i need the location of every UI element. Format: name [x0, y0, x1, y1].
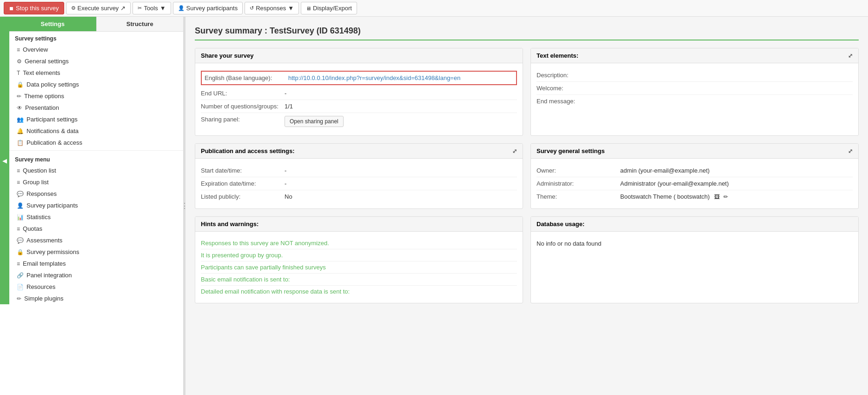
theme-edit-icon[interactable]: ✏: [723, 194, 728, 200]
participant-settings-icon: 👥: [17, 116, 24, 123]
toolbar: ⏹ Stop this survey ⚙ Execute survey ↗ ✂ …: [0, 0, 868, 17]
collapse-icon: ◀: [2, 157, 7, 164]
overview-icon: ≡: [17, 47, 20, 53]
listed-value: No: [285, 193, 517, 200]
listed-row: Listed publicly: No: [201, 190, 517, 203]
tab-structure[interactable]: Structure: [96, 17, 184, 31]
open-sharing-panel-button[interactable]: Open sharing panel: [285, 116, 344, 127]
sidebar-item-overview[interactable]: ≡ Overview: [9, 44, 183, 55]
sidebar-item-group-list[interactable]: ≡ Group list: [9, 176, 183, 188]
start-date-row: Start date/time: -: [201, 164, 517, 177]
sidebar-item-general-settings[interactable]: ⚙ General settings: [9, 55, 183, 67]
expiration-label: Expiration date/time:: [201, 180, 285, 187]
question-list-icon: ≡: [17, 167, 20, 174]
questions-value: 1/1: [285, 103, 517, 110]
responses-dropdown-icon: ▼: [288, 5, 294, 12]
data-policy-icon: 🔒: [17, 81, 24, 88]
owner-label: Owner:: [537, 167, 620, 174]
general-settings-icon: ⚙: [17, 58, 22, 65]
sidebar-item-survey-participants[interactable]: 👤 Survey participants: [9, 200, 183, 211]
survey-participants-button[interactable]: 👤 Survey participants: [173, 2, 243, 14]
hints-body: Responses to this survey are NOT anonymi…: [195, 232, 523, 303]
theme-preview-icon[interactable]: 🖼: [714, 194, 720, 200]
sidebar-item-theme-options[interactable]: ✏ Theme options: [9, 90, 183, 102]
sidebar-item-text-elements[interactable]: T Text elements: [9, 67, 183, 79]
sidebar-item-data-policy[interactable]: 🔒 Data policy settings: [9, 79, 183, 90]
english-url-row: English (Base language): http://10.0.0.1…: [201, 71, 517, 85]
sidebar-item-quotas[interactable]: ≡ Quotas: [9, 223, 183, 234]
sidebar-item-panel-integration[interactable]: 🔗 Panel integration: [9, 269, 183, 281]
end-url-value: -: [285, 90, 517, 97]
questions-row: Number of questions/groups: 1/1: [201, 100, 517, 113]
display-icon: 🖥: [306, 6, 311, 11]
theme-value: Bootswatch Theme ( bootswatch) 🖼 ✏: [620, 193, 853, 200]
responses-icon: ↺: [250, 5, 254, 11]
sidebar-item-responses[interactable]: 💬 Responses: [9, 188, 183, 200]
publication-edit-icon[interactable]: ⤢: [512, 148, 517, 154]
settings-section-title: Survey settings: [9, 32, 183, 44]
execute-survey-button[interactable]: ⚙ Execute survey ↗: [66, 2, 131, 14]
theme-icon: ✏: [17, 93, 21, 100]
hint-item-4: Detailed email notification with respons…: [201, 286, 517, 297]
database-info-row: No info or no data found: [537, 237, 853, 250]
simple-plugins-icon: ✏: [17, 295, 21, 302]
publication-body: Start date/time: - Expiration date/time:…: [195, 159, 523, 208]
quotas-icon: ≡: [17, 226, 20, 232]
responses-button[interactable]: ↺ Responses ▼: [245, 2, 299, 14]
end-url-row: End URL: -: [201, 87, 517, 100]
survey-general-body: Owner: admin (your-email@example.net) Ad…: [531, 159, 858, 208]
sidebar-toggle[interactable]: ◀: [0, 17, 9, 304]
content-grid: Share your survey English (Base language…: [195, 48, 859, 303]
statistics-icon: 📊: [17, 214, 24, 221]
sidebar-item-notifications[interactable]: 🔔 Notifications & data: [9, 125, 183, 137]
sidebar-item-presentation[interactable]: 👁 Presentation: [9, 102, 183, 114]
survey-general-edit-icon[interactable]: ⤢: [848, 148, 853, 154]
tab-settings[interactable]: Settings: [9, 17, 96, 31]
welcome-row: Welcome:: [537, 82, 853, 95]
end-message-label: End message:: [537, 98, 620, 105]
main-layout: ◀ Settings Structure Survey settings ≡ O…: [0, 17, 868, 395]
hint-item-1: It is presented group by group.: [201, 249, 517, 261]
expiration-row: Expiration date/time: -: [201, 177, 517, 190]
sharing-panel-row: Sharing panel: Open sharing panel: [201, 113, 517, 130]
sidebar-item-assessments[interactable]: 💬 Assessments: [9, 234, 183, 246]
sidebar-item-resources[interactable]: 📄 Resources: [9, 281, 183, 293]
sidebar-item-publication-access[interactable]: 📋 Publication & access: [9, 137, 183, 148]
stop-icon: ⏹: [9, 6, 14, 11]
publication-card: Publication and access settings: ⤢ Start…: [195, 143, 523, 209]
publication-icon: 📋: [17, 140, 24, 146]
start-date-value: -: [285, 167, 517, 174]
sidebar-item-email-templates[interactable]: ≡ Email templates: [9, 258, 183, 269]
database-header: Database usage:: [531, 217, 858, 232]
database-card: Database usage: No info or no data found: [530, 216, 859, 303]
text-elements-edit-icon[interactable]: ⤢: [848, 53, 853, 59]
share-survey-card: Share your survey English (Base language…: [195, 48, 523, 136]
sidebar-item-participant-settings[interactable]: 👥 Participant settings: [9, 114, 183, 125]
theme-label: Theme:: [537, 193, 620, 200]
sidebar: ◀ Settings Structure Survey settings ≡ O…: [0, 17, 184, 395]
sidebar-item-statistics[interactable]: 📊 Statistics: [9, 211, 183, 223]
display-export-button[interactable]: 🖥 Display/Export: [301, 2, 357, 14]
sidebar-item-question-list[interactable]: ≡ Question list: [9, 165, 183, 176]
administrator-row: Administrator: Administrator (your-email…: [537, 177, 853, 190]
text-icon: T: [17, 70, 20, 76]
survey-permissions-icon: 🔒: [17, 249, 24, 255]
presentation-icon: 👁: [17, 105, 22, 111]
end-url-label: End URL:: [201, 90, 285, 97]
hint-item-0: Responses to this survey are NOT anonymi…: [201, 237, 517, 249]
tools-button[interactable]: ✂ Tools ▼: [133, 2, 171, 14]
database-body: No info or no data found: [531, 232, 858, 255]
hint-item-3: Basic email notification is sent to:: [201, 274, 517, 286]
stop-survey-button[interactable]: ⏹ Stop this survey: [4, 2, 64, 14]
participants-icon: 👤: [178, 5, 185, 11]
sidebar-item-simple-plugins[interactable]: ✏ Simple plugins: [9, 293, 183, 304]
description-label: Description:: [537, 72, 620, 79]
survey-participants-menu-icon: 👤: [17, 202, 24, 209]
theme-row: Theme: Bootswatch Theme ( bootswatch) 🖼 …: [537, 190, 853, 203]
share-survey-body: English (Base language): http://10.0.0.1…: [195, 63, 523, 135]
page-title: Survey summary : TestSurvey (ID 631498): [195, 26, 859, 40]
sidebar-item-survey-permissions[interactable]: 🔒 Survey permissions: [9, 246, 183, 258]
welcome-label: Welcome:: [537, 85, 620, 92]
administrator-label: Administrator:: [537, 180, 620, 187]
notifications-icon: 🔔: [17, 128, 24, 134]
